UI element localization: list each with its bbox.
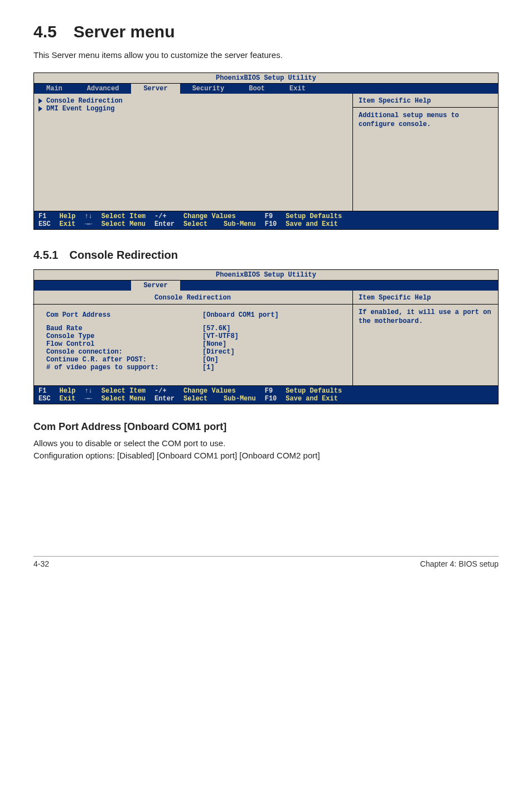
chapter-title: Chapter 4: BIOS setup: [420, 559, 499, 568]
tab-server[interactable]: Server: [131, 84, 180, 94]
key-help: Help: [60, 387, 76, 395]
bios-help-area: Item Specific Help Additional setup menu…: [353, 94, 498, 211]
row-label: Baud Rate: [46, 325, 202, 332]
row-value: [1]: [202, 364, 215, 371]
row-value: [VT-UTF8]: [202, 332, 239, 340]
key-plusminus: -/+: [154, 212, 175, 220]
subsection-heading: 4.5.1 Console Redirection: [33, 249, 499, 262]
menu-item-dmi-event-logging[interactable]: DMI Event Logging: [38, 105, 347, 113]
tab-exit[interactable]: Exit: [277, 84, 318, 94]
row-label: Console Type: [46, 332, 202, 340]
row-label: Continue C.R. after POST:: [46, 356, 202, 364]
key-f9: F9: [265, 212, 277, 220]
row-console-type[interactable]: Console Type [VT-UTF8]: [38, 332, 347, 340]
section-intro: This Server menu items allow you to cust…: [33, 49, 499, 61]
row-value: [Direct]: [202, 348, 235, 356]
key-esc: ESC: [38, 220, 51, 228]
row-label: Com Port Address: [46, 311, 202, 319]
help-title: Item Specific Help: [353, 94, 498, 108]
key-help: Help: [60, 212, 76, 220]
tab-main[interactable]: Main: [34, 84, 75, 94]
key-save-exit: Save and Exit: [286, 220, 342, 228]
tab-boot[interactable]: Boot: [236, 84, 277, 94]
key-esc: ESC: [38, 395, 51, 403]
key-select-submenu: Select Sub-Menu: [183, 395, 256, 403]
key-select-menu: Select Menu: [101, 395, 146, 403]
row-value: [Onboard COM1 port]: [202, 311, 279, 319]
bios-title: PhoenixBIOS Setup Utility: [34, 73, 498, 84]
menu-item-console-redirection[interactable]: Console Redirection: [38, 97, 347, 105]
row-label: Flow Control: [46, 340, 202, 348]
key-plusminus: -/+: [154, 387, 175, 395]
key-exit: Exit: [60, 395, 76, 403]
tab-security[interactable]: Security: [180, 84, 237, 94]
bios-panel-server: PhoenixBIOS Setup Utility Main Advanced …: [33, 73, 499, 230]
bios-panel-console-redirection: PhoenixBIOS Setup Utility Main Advanced …: [33, 269, 499, 404]
tab-advanced[interactable]: Advanced: [75, 84, 132, 94]
bios-tabs: Main Advanced Server Security Boot Exit: [34, 84, 498, 94]
key-updown: ↑↓: [84, 212, 92, 220]
row-label: # of video pages to support:: [46, 364, 202, 371]
submenu-icon: [38, 105, 46, 113]
help-text: If enabled, it will use a port on the mo…: [359, 308, 492, 326]
row-value: [None]: [202, 340, 226, 348]
key-leftright: →←: [84, 395, 92, 403]
submenu-text: Select Sub-Menu: [183, 220, 256, 228]
row-video-pages[interactable]: # of video pages to support: [1]: [38, 364, 347, 371]
key-save-exit: Save and Exit: [286, 395, 342, 403]
key-select-item: Select Item: [101, 387, 146, 395]
bios-menu-area: Console Redirection Com Port Address [On…: [34, 291, 353, 385]
key-leftright: →←: [84, 220, 92, 228]
key-setup-defaults: Setup Defaults: [286, 387, 342, 395]
menu-label: Console Redirection: [46, 97, 123, 105]
page-footer: 4-32 Chapter 4: BIOS setup: [33, 556, 499, 568]
key-updown: ↑↓: [84, 387, 92, 395]
panel-subtitle: Console Redirection: [33, 294, 352, 305]
submenu-icon: [38, 97, 46, 105]
key-enter: Enter: [154, 395, 175, 403]
tab-server[interactable]: Server: [131, 281, 180, 291]
bios-tabs: Main Advanced Server: [34, 281, 498, 291]
key-select-submenu: Select Sub-Menu: [183, 220, 256, 228]
page-number: 4-32: [33, 559, 49, 568]
help-title: Item Specific Help: [353, 291, 498, 305]
row-label: Console connection:: [46, 348, 202, 356]
key-select-item: Select Item: [101, 212, 146, 220]
option-description: Allows you to disable or select the COM …: [33, 437, 499, 462]
key-select-menu: Select Menu: [101, 220, 146, 228]
section-heading: 4.5 Server menu: [33, 22, 499, 41]
key-setup-defaults: Setup Defaults: [286, 212, 342, 220]
bios-menu-area: Console Redirection DMI Event Logging: [34, 94, 353, 211]
key-change-values: Change Values: [183, 387, 256, 395]
key-f10: F10: [265, 395, 277, 403]
bios-key-legend: F1ESC HelpExit ↑↓→← Select ItemSelect Me…: [34, 385, 498, 404]
key-f1: F1: [38, 387, 51, 395]
row-baud-rate[interactable]: Baud Rate [57.6K]: [38, 325, 347, 332]
help-text: Additional setup menus to configure cons…: [359, 111, 492, 129]
row-com-port-address[interactable]: Com Port Address [Onboard COM1 port]: [38, 311, 347, 319]
key-change-values: Change Values: [183, 212, 256, 220]
key-f10: F10: [265, 220, 277, 228]
bios-title: PhoenixBIOS Setup Utility: [34, 270, 498, 281]
menu-label: DMI Event Logging: [46, 105, 114, 113]
bios-help-area: Item Specific Help If enabled, it will u…: [353, 291, 498, 385]
key-f9: F9: [265, 387, 277, 395]
bios-key-legend: F1ESC HelpExit ↑↓→← Select ItemSelect Me…: [34, 211, 498, 229]
key-f1: F1: [38, 212, 51, 220]
row-value: [On]: [202, 356, 219, 364]
key-exit: Exit: [60, 220, 76, 228]
row-console-connection[interactable]: Console connection: [Direct]: [38, 348, 347, 356]
row-continue-cr[interactable]: Continue C.R. after POST: [On]: [38, 356, 347, 364]
option-heading: Com Port Address [Onboard COM1 port]: [33, 421, 499, 433]
row-value: [57.6K]: [202, 325, 230, 332]
row-flow-control[interactable]: Flow Control [None]: [38, 340, 347, 348]
key-enter: Enter: [154, 220, 175, 228]
